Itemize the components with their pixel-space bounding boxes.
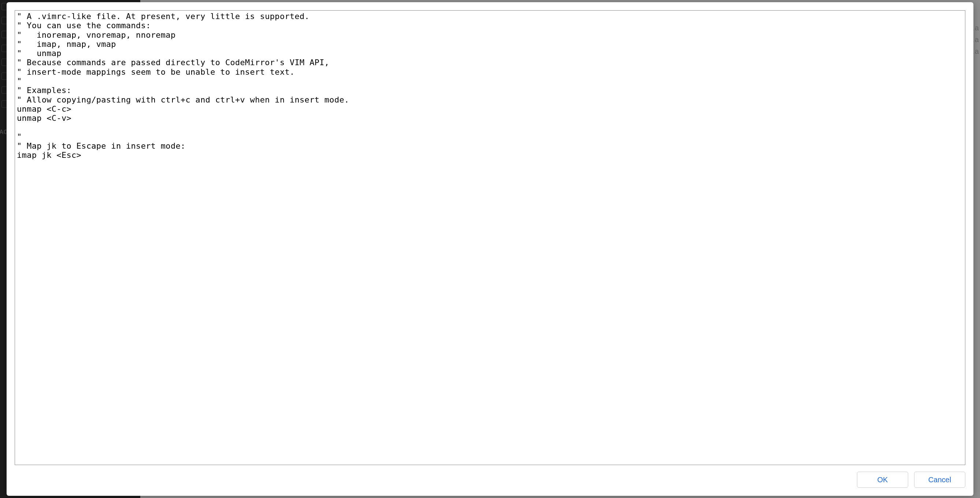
vimrc-editor-textarea[interactable] bbox=[15, 10, 965, 465]
cancel-button[interactable]: Cancel bbox=[914, 472, 965, 488]
dialog-button-row: OK Cancel bbox=[15, 465, 965, 488]
vimrc-dialog: OK Cancel bbox=[6, 2, 974, 496]
ok-button[interactable]: OK bbox=[857, 472, 908, 488]
